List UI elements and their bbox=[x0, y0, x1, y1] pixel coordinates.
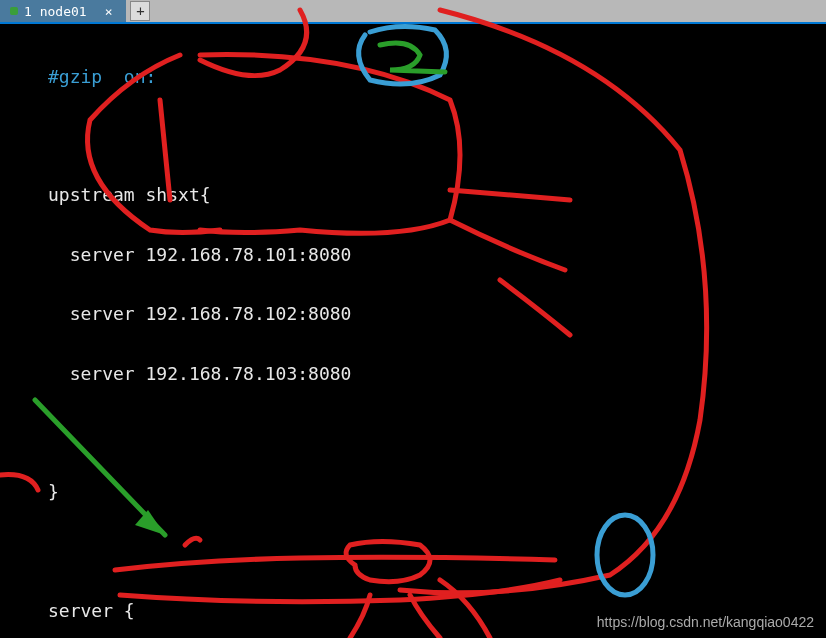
code-line: #gzip on: bbox=[0, 62, 826, 92]
code-line bbox=[0, 418, 826, 448]
code-line: server 192.168.78.101:8080 bbox=[0, 240, 826, 270]
code-line bbox=[0, 537, 826, 567]
code-line: server 192.168.78.103:8080 bbox=[0, 359, 826, 389]
watermark: https://blog.csdn.net/kangqiao0422 bbox=[597, 614, 814, 630]
code-line: } bbox=[0, 477, 826, 507]
code-line: upstream shsxt{ bbox=[0, 180, 826, 210]
close-icon[interactable]: × bbox=[101, 4, 117, 19]
add-tab-button[interactable]: + bbox=[130, 1, 150, 21]
code-line: server 192.168.78.102:8080 bbox=[0, 299, 826, 329]
plus-icon: + bbox=[136, 3, 144, 19]
tab-label: 1 node01 bbox=[24, 4, 87, 19]
tab-indicator-icon bbox=[10, 7, 18, 15]
tab-bar: 1 node01 × + bbox=[0, 0, 826, 24]
code-line bbox=[0, 121, 826, 151]
terminal-content[interactable]: #gzip on: upstream shsxt{ server 192.168… bbox=[0, 24, 826, 638]
tab-active[interactable]: 1 node01 × bbox=[0, 0, 126, 22]
